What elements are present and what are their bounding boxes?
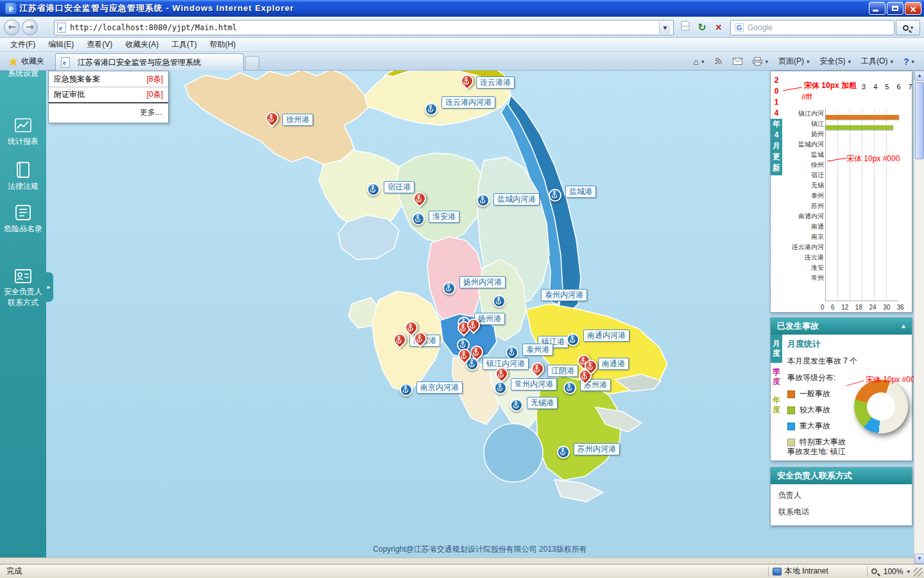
scroll-down-button[interactable]: ▼ [914,554,924,564]
accident-tab-季度[interactable]: 季度 [771,363,782,391]
port-label-连云港内河港[interactable]: 连云港内河港 [441,96,495,109]
feeds-button[interactable] [710,55,727,69]
port-marker-连云港港[interactable] [458,72,476,90]
address-dropdown-button[interactable]: ▾ [659,21,671,34]
chart-category-label: 盐城内河 [783,139,824,150]
restore-button[interactable] [887,2,903,15]
zoom-dropdown-arrow[interactable]: ▾ [907,568,910,575]
sidebar-item-system[interactable]: 系统设置 [0,68,46,79]
url-text[interactable]: http://localhost:8080/yjpt/Main.html [70,23,237,32]
menu-item[interactable]: 文件(F) [4,38,42,51]
port-marker-泰州内河港[interactable] [493,295,506,308]
port-marker-盐城内河港[interactable] [477,194,490,207]
tools-menu-button[interactable]: 工具(O)▾ [857,55,898,69]
contact-field-联系电话[interactable]: 联系电话 [771,501,912,518]
address-bar[interactable]: http://localhost:8080/yjpt/Main.html ▾ [54,20,674,35]
port-label-南通内河港[interactable]: 南通内河港 [583,329,629,342]
star-icon [8,57,18,66]
port-marker-江阴港[interactable] [529,360,547,378]
accident-tab-年度[interactable]: 年度 [771,391,782,419]
port-marker-宿迁港[interactable] [367,183,380,196]
sidebar-item-dangerous[interactable]: 危险品名录 [0,204,46,234]
page-menu-button[interactable]: 页面(P)▾ [774,55,814,69]
port-marker-无锡港[interactable] [510,399,523,412]
menu-item[interactable]: 帮助(H) [203,38,243,51]
port-label-连云港港[interactable]: 连云港港 [476,76,515,89]
port-marker-常州内河港[interactable] [494,381,507,394]
sidebar-item-contact[interactable]: 安全负责人联系方式▸ [0,268,46,308]
port-label-江阴港[interactable]: 江阴港 [547,365,578,377]
port-label-常州内河港[interactable]: 常州内河港 [511,378,557,390]
port-marker-徐州港[interactable] [263,109,281,127]
favorites-label: 收藏夹 [21,56,44,67]
read-mail-button[interactable] [728,55,747,69]
port-label-宿迁港[interactable]: 宿迁港 [384,181,415,193]
port-label-泰州内河港[interactable]: 泰州内河港 [541,289,587,301]
safety-menu-button[interactable]: 安全(S)▾ [816,55,856,69]
port-label-盐城港[interactable]: 盐城港 [565,186,596,198]
port-label-南京内河港[interactable]: 南京内河港 [416,381,463,394]
contact-field-负责人[interactable]: 负责人 [771,484,912,501]
close-button[interactable]: × [905,2,921,15]
home-icon: ⌂ [693,57,698,66]
port-marker-苏州港[interactable] [563,381,576,394]
window-title: 江苏省港口安全监管与应急管理系统 - Windows Internet Expl… [19,3,294,14]
menu-item[interactable]: 工具(T) [165,38,203,51]
tab-title: 江苏省港口安全监管与应急管理系统 [78,57,201,68]
port-marker-南京内河港[interactable] [400,383,413,396]
port-label-盐城内河港[interactable]: 盐城内河港 [493,193,540,206]
menu-item[interactable]: 编辑(E) [42,38,80,51]
port-label-淮安港[interactable]: 淮安港 [429,211,459,223]
port-marker-泰州港[interactable] [506,346,518,359]
menu-item[interactable]: 查看(V) [80,38,119,51]
port-marker-盐城港[interactable] [549,189,561,202]
search-box[interactable]: G Google [730,20,894,35]
print-button[interactable]: ▾ [748,55,773,69]
quick-panel-row[interactable]: 应急预案备案[8条] [49,71,168,87]
stop-button[interactable]: × [711,20,726,35]
accident-tab-月度[interactable]: 月度 [771,335,782,363]
help-button[interactable]: ?▾ [899,55,919,69]
port-label-徐州港[interactable]: 徐州港 [282,114,313,126]
search-input[interactable]: Google [748,23,773,32]
port-marker-南京港[interactable] [391,331,409,349]
home-button[interactable]: ⌂▾ [689,55,708,69]
zoom-level[interactable]: 100% [884,567,903,576]
forward-button[interactable]: → [22,19,38,35]
port-marker-苏州内河港[interactable] [557,446,570,459]
sidebar-item-stats[interactable]: 统计报表 [0,118,46,147]
search-button[interactable]: ▾ [896,20,920,35]
chart-x-tick: 6 [831,304,835,311]
scroll-up-button[interactable]: ▲ [914,71,924,81]
vertical-scrollbar[interactable]: ▲ ▼ [914,71,924,564]
port-marker-连云港内河港[interactable] [425,103,438,116]
chart-category-label: 镇江 [783,119,824,129]
scrollbar-thumb[interactable] [915,82,924,159]
port-marker-淮安港[interactable] [412,213,425,225]
chart-top-number: 5 [885,83,889,91]
back-button[interactable]: ← [4,19,20,35]
minimize-button[interactable] [869,2,886,15]
quick-panel-row[interactable]: 附证审批[0条] [49,87,168,103]
update-chart-panel: 2014 年4月更新 宋体 10px 加粗 #fff 34567 宋体 10px… [770,71,912,313]
port-marker-扬州内河港[interactable] [443,282,456,295]
legend-label: 较大事故 [800,405,830,416]
tab-main[interactable]: 江苏省港口安全监管与应急管理系统 [55,53,244,71]
resize-grip[interactable] [914,568,923,577]
favorites-button[interactable]: 收藏夹 [3,54,50,69]
refresh-button[interactable]: ↻ [694,20,710,35]
horizontal-scrollbar-track[interactable] [0,557,914,564]
new-tab-stub[interactable] [245,56,259,71]
port-label-苏州内河港[interactable]: 苏州内河港 [574,443,620,455]
port-label-扬州内河港[interactable]: 扬州内河港 [459,276,506,288]
quick-panel-more-link[interactable]: 更多... [49,103,168,123]
port-label-泰州港[interactable]: 泰州港 [522,344,553,356]
port-marker-南通内河港[interactable] [567,333,579,346]
status-text: 完成 [6,566,22,577]
sidebar-item-laws[interactable]: 法律法规 [0,162,46,192]
collapse-arrow-icon[interactable]: ▲ [900,318,907,335]
port-label-南通港[interactable]: 南通港 [598,358,629,370]
menu-item[interactable]: 收藏夹(A) [119,38,165,51]
compatibility-view-button[interactable] [678,20,693,35]
port-label-无锡港[interactable]: 无锡港 [527,397,558,409]
